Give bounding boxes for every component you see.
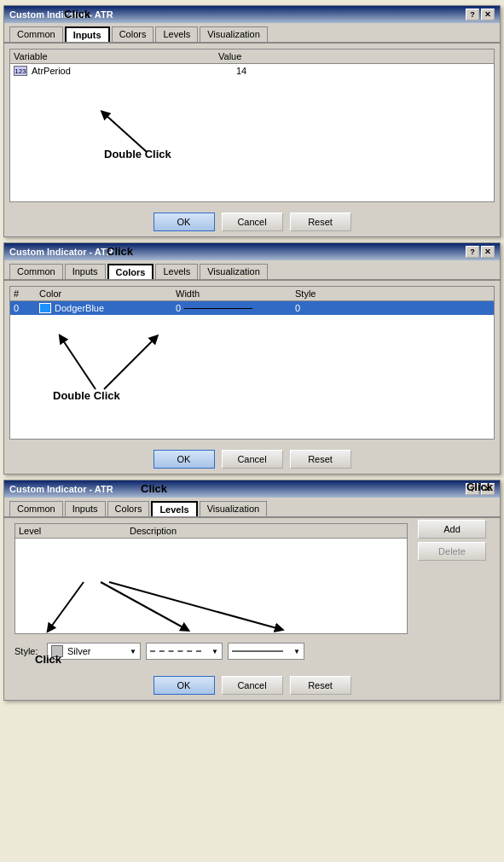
variable-value: 14	[236, 66, 490, 76]
title1: Custom Indicator - ATR	[9, 9, 113, 20]
row-icon1: 123	[14, 66, 27, 76]
tabs3: Common Inputs Colors Levels Visualizatio…	[4, 498, 500, 518]
title3: Custom Indicator - ATR	[9, 484, 113, 494]
col-variable-header: Variable	[14, 51, 218, 61]
ok-button3[interactable]: OK	[154, 676, 215, 695]
titlebar1: Custom Indicator - ATR ? ✕	[4, 6, 500, 23]
style-color-value: Silver	[67, 646, 91, 656]
col-desc-header: Description	[130, 526, 403, 536]
footer1: OK Cancel Reset	[4, 207, 500, 236]
tab-inputs3[interactable]: Inputs	[65, 501, 106, 516]
color-swatch2	[39, 303, 51, 313]
levels-actions: Add Delete	[418, 518, 495, 666]
footer2: OK Cancel Reset	[4, 445, 500, 474]
cancel-button1[interactable]: Cancel	[222, 213, 283, 231]
row-num: 0	[14, 303, 39, 313]
dashed-line-preview	[150, 650, 201, 652]
tab-levels2[interactable]: Levels	[155, 264, 198, 279]
tab-colors2[interactable]: Colors	[107, 264, 154, 279]
color-row2-0[interactable]: 0 DodgerBlue 0 0	[10, 301, 494, 315]
svg-line-0	[104, 114, 147, 152]
svg-line-5	[109, 582, 280, 629]
color-dropdown-arrow: ▼	[130, 648, 136, 655]
col-style-header: Style	[295, 288, 490, 299]
variable-name: AtrPeriod	[32, 66, 236, 76]
panel3: Custom Indicator - ATR ? ✕ Click Common …	[3, 480, 501, 701]
table-header1: Variable Value	[10, 50, 494, 64]
svg-line-1	[61, 338, 96, 389]
tabs2: Common Inputs Colors Levels Visualizatio…	[4, 260, 500, 281]
tab-inputs1[interactable]: Inputs	[65, 26, 110, 42]
delete-button3[interactable]: Delete	[418, 542, 486, 561]
titlebar-buttons2: ? ✕	[466, 246, 495, 258]
ok-button1[interactable]: OK	[154, 213, 215, 231]
dblclick-annotation2: Double Click	[44, 329, 266, 434]
reset-button1[interactable]: Reset	[290, 213, 351, 231]
svg-line-2	[104, 338, 155, 389]
line-style-dropdown2[interactable]: ▼	[228, 643, 304, 660]
tab-inputs2[interactable]: Inputs	[65, 264, 106, 279]
levels-header: Level Description	[15, 524, 407, 539]
arrow-svg2	[44, 329, 266, 432]
line-dropdown-arrow1: ▼	[211, 648, 218, 655]
width-line	[184, 308, 252, 309]
row-style-cell: 0	[295, 303, 490, 313]
col-num-header: #	[14, 288, 39, 299]
tab-common3[interactable]: Common	[9, 501, 63, 516]
line-dropdown-arrow2: ▼	[293, 648, 300, 655]
title2: Custom Indicator - ATR	[9, 247, 113, 257]
cancel-button2[interactable]: Cancel	[222, 450, 283, 469]
tab-levels3[interactable]: Levels	[151, 501, 197, 516]
tab-colors1[interactable]: Colors	[112, 26, 154, 42]
svg-line-3	[49, 582, 84, 629]
help-button1[interactable]: ?	[466, 9, 479, 20]
row-color-cell: DodgerBlue	[39, 303, 176, 313]
titlebar2: Custom Indicator - ATR ? ✕	[4, 243, 500, 260]
titlebar3: Custom Indicator - ATR ? ✕	[4, 481, 500, 498]
panel2: Custom Indicator - ATR ? ✕ Click Common …	[3, 242, 501, 475]
tab-common1[interactable]: Common	[9, 26, 63, 42]
svg-line-4	[101, 582, 186, 629]
dblclick-label2: Double Click	[53, 389, 120, 402]
ok-button2[interactable]: OK	[154, 450, 215, 469]
levels-body: Level Description	[4, 518, 500, 671]
tab-common2[interactable]: Common	[9, 264, 63, 279]
col-value-header: Value	[218, 51, 490, 61]
color-name: DodgerBlue	[55, 303, 104, 313]
footer3: OK Cancel Reset	[4, 671, 500, 700]
annotation-click3-add: Click	[466, 481, 493, 493]
tab-colors3[interactable]: Colors	[107, 501, 150, 516]
content2: # Color Width Style 0 DodgerBlue 0 0	[9, 286, 495, 440]
col-level-header: Level	[19, 526, 130, 536]
arrows-svg3	[15, 565, 407, 633]
line-style-dropdown1[interactable]: ▼	[146, 643, 223, 660]
dblclick-label1: Double Click	[104, 148, 171, 160]
tab-visualization3[interactable]: Visualization	[200, 501, 268, 516]
reset-button2[interactable]: Reset	[290, 450, 351, 469]
tab-visualization1[interactable]: Visualization	[200, 26, 268, 42]
dblclick-annotation1: Double Click	[78, 101, 215, 171]
row-width-cell: 0	[176, 303, 295, 313]
cancel-button3[interactable]: Cancel	[222, 676, 283, 695]
solid-line-preview	[232, 650, 283, 652]
close-button2[interactable]: ✕	[481, 246, 495, 258]
table-row1-0[interactable]: 123 AtrPeriod 14	[10, 64, 494, 78]
levels-table: Level Description	[14, 523, 408, 634]
tabs1: Common Inputs Colors Levels Visualizatio…	[4, 23, 500, 44]
close-button1[interactable]: ✕	[481, 9, 495, 20]
tab-visualization2[interactable]: Visualization	[200, 264, 268, 279]
reset-button3[interactable]: Reset	[290, 676, 351, 695]
panel1: Custom Indicator - ATR ? ✕ Click Common …	[3, 5, 501, 237]
table-header2: # Color Width Style	[10, 287, 494, 301]
col-color-header: Color	[39, 288, 176, 299]
tab-levels1[interactable]: Levels	[155, 26, 198, 42]
add-button3[interactable]: Add	[418, 520, 486, 539]
col-width-header: Width	[176, 288, 295, 299]
titlebar-buttons1: ? ✕	[466, 9, 495, 20]
help-button2[interactable]: ?	[466, 246, 479, 258]
content1: Variable Value 123 AtrPeriod 14 Double C…	[9, 49, 495, 202]
levels-left-area: Level Description	[9, 518, 413, 666]
width-value: 0	[176, 303, 181, 313]
